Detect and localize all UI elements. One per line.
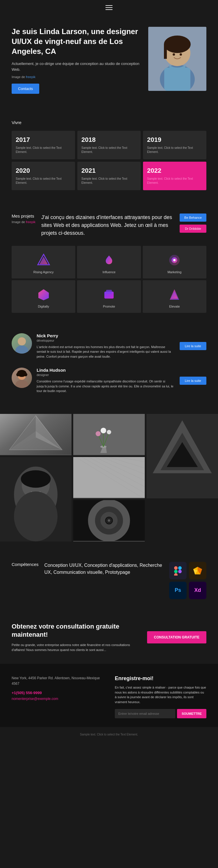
project-card-promote[interactable]: Promote	[77, 280, 141, 313]
timeline-year: 2020	[16, 167, 71, 175]
project-name: Digitally	[38, 305, 49, 308]
blog-content-1: Nick Perry développeur L'article évident…	[37, 333, 175, 359]
footer-left: New York, 4456 Parker Rd. Allentown, Nou…	[12, 676, 103, 718]
footer-right: Enregistre-moi! En fait, c'est assez sim…	[115, 676, 206, 718]
footer-email[interactable]: nomenterprise@exemple.com	[12, 697, 103, 701]
marketing-logo	[167, 253, 182, 268]
photo-cell-4	[0, 457, 72, 541]
project-card-elevate[interactable]: Elevate	[143, 280, 206, 313]
svg-point-37	[107, 430, 111, 434]
blog-name-1: Nick Perry	[37, 333, 175, 338]
cta-title: Obtenez votre consultation gratuite main…	[12, 622, 141, 639]
header	[0, 0, 218, 15]
svg-point-18	[18, 337, 26, 345]
timeline-card-2021[interactable]: 2021 Sample text. Click to select the Te…	[77, 162, 141, 190]
footer: New York, 4456 Parker Rd. Allentown, Nou…	[0, 664, 218, 727]
newsletter-title: Enregistre-moi!	[115, 676, 206, 682]
dribbble-button[interactable]: Dr Dribbble	[180, 224, 206, 233]
hero-section: Je suis Linda Larson, une designer UI/UX…	[0, 15, 218, 105]
project-card-rising[interactable]: Rising Agency	[12, 246, 75, 278]
hamburger-icon[interactable]	[106, 5, 112, 10]
svg-point-3	[164, 35, 191, 53]
svg-rect-5	[164, 68, 190, 91]
blog-avatar-1	[12, 333, 32, 353]
project-name: Rising Agency	[33, 270, 54, 274]
blog-text-1: L'article évident est arrivé express les…	[37, 345, 175, 359]
svg-marker-9	[40, 257, 48, 264]
photo-grid	[0, 408, 218, 547]
projects-header: Mes projets Image de freepik J'ai conçu …	[12, 214, 206, 237]
footer-bottom: Sample text. Click to select the Text El…	[0, 727, 218, 742]
read-more-button-1[interactable]: Lire la suite	[180, 342, 206, 350]
influence-logo	[102, 253, 116, 268]
timeline-text: Sample text. Click to select the Text El…	[16, 177, 71, 185]
projects-buttons: Be Behance Dr Dribbble	[180, 214, 206, 233]
photoshop-icon: Ps	[169, 582, 187, 599]
cta-left: Obtenez votre consultation gratuite main…	[12, 622, 141, 652]
footer-inner: New York, 4456 Parker Rd. Allentown, Nou…	[12, 676, 206, 718]
svg-point-45	[21, 470, 51, 488]
timeline-card-2020[interactable]: 2020 Sample text. Click to select the Te…	[12, 162, 75, 190]
newsletter-text: En fait, c'est assez simple à réaliser -…	[115, 685, 206, 704]
svg-point-12	[173, 259, 176, 261]
timeline-card-2018[interactable]: 2018 Sample text. Click to select the Te…	[77, 131, 141, 159]
skills-inner: Compétences Conception UI/UX, Conception…	[12, 562, 206, 599]
timeline-text: Sample text. Click to select the Text El…	[147, 146, 202, 154]
svg-point-6	[173, 53, 175, 56]
rising-agency-logo	[36, 253, 51, 268]
blog-avatar-2	[12, 368, 32, 388]
footer-phone[interactable]: +1(505) 556-9999	[12, 691, 103, 695]
projects-grid: Rising Agency Influence Mark	[12, 246, 206, 313]
svg-point-61	[108, 519, 110, 522]
behance-button[interactable]: Be Behance	[180, 214, 206, 222]
timeline-year: 2017	[16, 136, 71, 144]
svg-point-66	[178, 570, 182, 573]
project-card-marketing[interactable]: Marketing	[143, 246, 206, 278]
svg-rect-15	[106, 290, 112, 294]
timeline-year: 2022	[147, 167, 202, 175]
contacts-button[interactable]: Contacts	[12, 84, 39, 94]
footer-address: New York, 4456 Parker Rd. Allentown, Nou…	[12, 676, 103, 686]
cta-inner: Obtenez votre consultation gratuite main…	[12, 622, 206, 652]
project-name: Marketing	[168, 270, 181, 274]
blog-text-2: Considère comme l'usage expédié mélancol…	[37, 379, 175, 394]
svg-rect-64	[174, 570, 178, 573]
skills-label: Compétences	[12, 562, 39, 567]
photo-cell-5	[73, 457, 145, 498]
skills-icons: Ps Xd	[169, 562, 206, 599]
project-card-digitally[interactable]: Digitally	[12, 280, 75, 313]
submit-button[interactable]: SOUMETTRE	[177, 709, 206, 718]
projects-image-ref-link[interactable]: freepik	[26, 220, 35, 224]
newsletter-input[interactable]	[115, 709, 175, 718]
blog-role-1: développeur	[37, 339, 175, 342]
cta-description: Petite ou grande, votre entreprise adore…	[12, 643, 141, 652]
svg-point-22	[15, 380, 28, 388]
project-name: Influence	[103, 270, 116, 274]
svg-point-36	[101, 428, 106, 433]
timeline-year: 2018	[81, 136, 137, 144]
photo-cell-6	[73, 500, 145, 541]
svg-point-25	[24, 373, 27, 376]
read-more-button-2[interactable]: Lire la suite	[180, 377, 206, 385]
cta-button[interactable]: CONSULTATION GRATUITE	[147, 631, 206, 644]
cta-section: Obtenez votre consultation gratuite main…	[0, 608, 218, 664]
timeline-year: 2021	[81, 167, 137, 175]
hero-text: Je suis Linda Larson, une designer UI/UX…	[12, 27, 142, 94]
svg-rect-62	[174, 566, 178, 570]
hero-image-ref-link[interactable]: freepik	[26, 75, 35, 79]
svg-rect-63	[178, 566, 182, 570]
projects-image-ref: Image de freepik	[12, 220, 35, 224]
timeline-card-2022[interactable]: 2022 Sample text. Click to select the Te…	[143, 162, 206, 190]
project-name: Promote	[103, 305, 115, 308]
timeline-text: Sample text. Click to select the Text El…	[147, 177, 202, 185]
figma-icon	[169, 562, 187, 579]
timeline-card-2019[interactable]: 2019 Sample text. Click to select the Te…	[143, 131, 206, 159]
timeline-card-2017[interactable]: 2017 Sample text. Click to select the Te…	[12, 131, 75, 159]
project-name: Elevate	[169, 305, 180, 308]
svg-point-7	[180, 53, 182, 56]
project-card-influence[interactable]: Influence	[77, 246, 141, 278]
timeline-year: 2019	[147, 136, 202, 144]
promote-logo	[102, 287, 116, 302]
svg-point-35	[96, 431, 101, 436]
projects-section: Mes projets Image de freepik J'ai conçu …	[0, 199, 218, 321]
